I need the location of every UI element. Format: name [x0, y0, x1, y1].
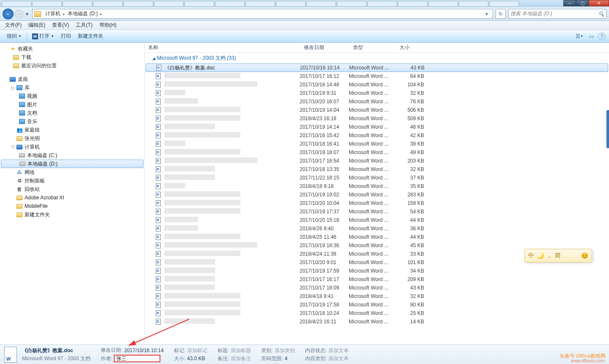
menu-file[interactable]: 文件(F)	[2, 21, 25, 30]
refresh-button[interactable]: ↻	[496, 9, 506, 19]
breadcrumb-computer[interactable]: 计算机	[44, 10, 62, 17]
file-row[interactable]: 2017/10/19 9:31Microsoft Word ...32 KB	[145, 89, 609, 97]
address-dropdown[interactable]: ▾	[482, 11, 491, 17]
toolbar-print[interactable]: 打印	[58, 31, 74, 41]
file-row[interactable]: 2018/4/18 9:41Microsoft Word ...32 KB	[145, 292, 609, 301]
browser-tab[interactable]	[63, 1, 92, 7]
search-box[interactable]: 搜索 本地磁盘 (D:) 🔍	[508, 9, 606, 19]
browser-tab[interactable]	[276, 1, 306, 7]
browser-tab[interactable]	[367, 1, 397, 7]
tree-desktop[interactable]: 桌面	[0, 75, 144, 83]
file-row[interactable]: 2017/10/16 15:42Microsoft Word ...42 KB	[145, 131, 609, 140]
browser-tab[interactable]	[489, 1, 519, 7]
browser-tab[interactable]	[215, 1, 245, 7]
file-row[interactable]: 2017/10/19 17:59Microsoft Word ...34 KB	[145, 267, 609, 275]
tree-pictures[interactable]: 图片	[0, 100, 144, 109]
file-row[interactable]: 2018/4/23 16:18Microsoft Word ...509 KB	[145, 114, 609, 123]
tree-music[interactable]: 音乐	[0, 117, 144, 126]
tree-recent[interactable]: 最近访问的位置	[0, 61, 144, 70]
browser-tab[interactable]	[306, 1, 336, 7]
tree-adobe[interactable]: Adobe Acrobat XI	[0, 193, 144, 202]
tree-computer[interactable]: ▽计算机	[0, 143, 144, 151]
menu-tools[interactable]: 工具(T)	[72, 21, 96, 30]
collapse-icon[interactable]: ▽	[10, 145, 16, 149]
tree-new-folder[interactable]: 新建文件夹	[0, 210, 144, 219]
file-row[interactable]: 2017/10/19 18:36Microsoft Word ...45 KB	[145, 241, 609, 250]
file-row[interactable]: 2018/4/26 9:40Microsoft Word ...36 KB	[145, 224, 609, 233]
file-row[interactable]: 2017/10/20 16:07Microsoft Word ...76 KB	[145, 97, 609, 106]
file-row[interactable]: 2017/10/19 19:02Microsoft Word ...283 KB	[145, 190, 609, 199]
column-type[interactable]: 类型	[350, 44, 396, 51]
browser-tab[interactable]	[459, 1, 488, 7]
details-notes-value[interactable]: 添加备注	[231, 355, 251, 362]
file-row[interactable]: 2017/10/18 13:35Microsoft Word ...32 KB	[145, 165, 609, 174]
column-date[interactable]: 修改日期	[300, 44, 350, 51]
view-mode-button[interactable]: ☰▼	[574, 32, 584, 41]
right-edge-grip[interactable]	[606, 110, 609, 148]
tree-network[interactable]: 🖧网络	[0, 168, 144, 176]
browser-tab[interactable]	[398, 1, 427, 7]
nav-forward-button[interactable]: →	[14, 9, 24, 19]
breadcrumb-drive[interactable]: 本地磁盘 (D:)	[66, 10, 99, 17]
tree-favorites[interactable]: ★收藏夹	[0, 44, 144, 53]
ime-lang[interactable]: 中	[528, 252, 534, 259]
browser-tab[interactable]	[337, 1, 367, 7]
details-category-value[interactable]: 添加类别	[275, 347, 295, 354]
preview-pane-button[interactable]: ▭	[586, 32, 596, 41]
nav-history-dropdown[interactable]: ▾	[25, 8, 30, 19]
tree-drive-c[interactable]: 本地磁盘 (C:)	[0, 151, 144, 160]
details-ctype-value[interactable]: 添加文本	[328, 355, 349, 362]
browser-tab[interactable]	[185, 1, 214, 7]
menu-help[interactable]: 帮助(H)	[96, 21, 120, 30]
details-status-value[interactable]: 添加文本	[328, 347, 349, 354]
tree-recycle-bin[interactable]: 🗑回收站	[0, 185, 144, 193]
address-box[interactable]: 计算机 ▸ 本地磁盘 (D:) ▸ ▾	[32, 9, 493, 19]
file-row[interactable]: 2017/10/19 14:04Microsoft Word ...506 KB	[145, 106, 609, 114]
tree-user[interactable]: 张光明	[0, 134, 144, 143]
ime-punct[interactable]: ，	[546, 252, 552, 259]
menu-edit[interactable]: 编辑(E)	[25, 21, 49, 30]
toolbar-open[interactable]: W打开▼	[29, 31, 58, 41]
help-button[interactable]: ?	[598, 33, 606, 40]
file-row[interactable]: 2017/10/18 10:24Microsoft Word ...25 KB	[145, 309, 609, 317]
tree-homegroup[interactable]: 👥家庭组	[0, 126, 144, 134]
browser-tab[interactable]	[428, 1, 458, 7]
ime-moon-icon[interactable]: 🌙	[537, 252, 544, 259]
maximize-button[interactable]: ▢	[576, 0, 589, 6]
ime-toolbar[interactable]: 中 🌙 ， 简 😊	[524, 249, 592, 262]
nav-back-button[interactable]: ←	[3, 8, 14, 19]
details-author-input[interactable]	[114, 355, 160, 362]
browser-tab[interactable]	[245, 1, 275, 7]
file-row[interactable]: 2017/10/20 15:16Microsoft Word ...44 KB	[145, 216, 609, 224]
file-row[interactable]: 2017/10/19 17:37Microsoft Word ...54 KB	[145, 207, 609, 216]
close-button[interactable]: ✕	[589, 0, 609, 6]
column-size[interactable]: 大小	[396, 44, 428, 51]
file-row[interactable]: 2018/4/23 16:11Microsoft Word ...14 KB	[145, 317, 609, 326]
details-tags-value[interactable]: 添加标记	[187, 347, 207, 354]
group-header[interactable]: ◢ Microsoft Word 97 - 2003 文档 (33)	[145, 53, 609, 63]
menu-view[interactable]: 查看(V)	[49, 21, 72, 30]
file-row[interactable]: 《白杨礼赞》教案.doc2017/10/16 10:14Microsoft Wo…	[146, 63, 608, 72]
tree-videos[interactable]: 视频	[0, 92, 144, 100]
tree-mobilefile[interactable]: MobileFile	[0, 202, 144, 210]
file-row[interactable]: 2017/10/17 16:54Microsoft Word ...203 KB	[145, 157, 609, 165]
search-icon[interactable]: 🔍	[598, 11, 604, 17]
file-row[interactable]: 2017/10/17 18:09Microsoft Word ...43 KB	[145, 284, 609, 292]
browser-tab[interactable]	[124, 1, 153, 7]
tree-control-panel[interactable]: ⚙控制面板	[0, 176, 144, 185]
browser-tab[interactable]	[154, 1, 184, 7]
tree-libraries[interactable]: ▷库	[0, 83, 144, 92]
browser-tab[interactable]	[2, 1, 31, 7]
file-row[interactable]: 2017/10/18 14:48Microsoft Word ...104 KB	[145, 80, 609, 89]
breadcrumb-sep-icon[interactable]: ▸	[99, 12, 103, 16]
minimize-button[interactable]: —	[563, 0, 576, 6]
file-row[interactable]: 2017/10/17 16:17Microsoft Word ...209 KB	[145, 275, 609, 284]
browser-tab[interactable]	[93, 1, 123, 7]
file-row[interactable]: 2018/4/25 11:46Microsoft Word ...44 KB	[145, 233, 609, 241]
expand-icon[interactable]: ▷	[10, 85, 16, 90]
tree-downloads[interactable]: 下载	[0, 53, 144, 61]
file-row[interactable]: 2017/10/19 18:07Microsoft Word ...49 KB	[145, 148, 609, 157]
browser-tab[interactable]	[32, 1, 62, 7]
ime-mode[interactable]: 简	[555, 252, 561, 259]
file-row[interactable]: 2017/10/18 16:41Microsoft Word ...38 KB	[145, 140, 609, 148]
